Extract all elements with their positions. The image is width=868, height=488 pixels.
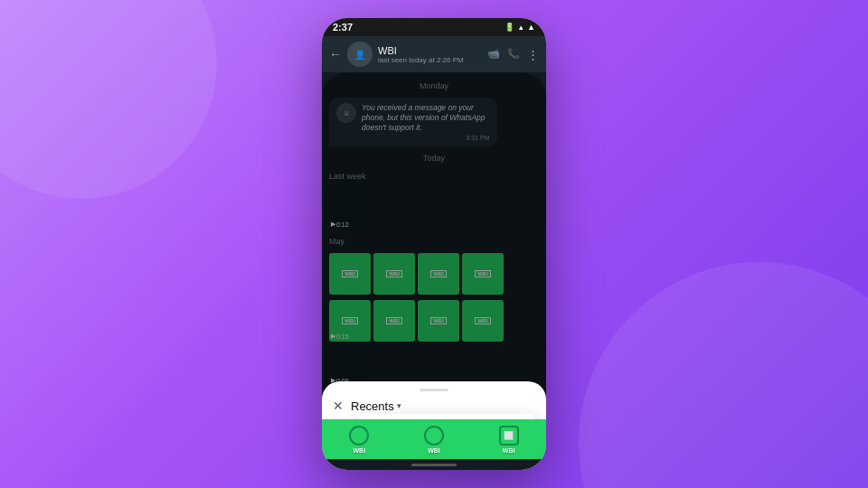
- contact-avatar: 👤: [347, 42, 373, 67]
- circle-icon-1: [349, 426, 369, 446]
- avatar-icon: 👤: [354, 50, 365, 60]
- chat-area: Monday 🖥 You received a message on your …: [322, 72, 546, 419]
- wbi-text-3: WBI: [503, 447, 515, 454]
- status-time: 2:37: [333, 22, 353, 33]
- bg-decoration-1: [0, 0, 217, 199]
- green-bar-item-2: WBI: [424, 426, 444, 454]
- phone-frame: 2:37 🔋 ▲ ▲ ← 👤 WBI last seen today at 2:…: [322, 18, 546, 470]
- wbi-text-1: WBI: [354, 447, 366, 454]
- more-options-icon[interactable]: ⋮: [527, 48, 539, 61]
- dropdown-item-recents[interactable]: Recents 26 items ✓: [358, 414, 535, 419]
- bg-decoration-2: [579, 262, 868, 488]
- chat-app-bar: ← 👤 WBI last seen today at 2:26 PM 📹 📞 ⋮: [322, 36, 546, 72]
- chevron-down-icon[interactable]: ▾: [397, 401, 401, 410]
- green-wbi-bar: WBI WBI ⬜ WBI: [322, 419, 546, 459]
- battery-icon: 🔋: [505, 23, 514, 32]
- home-indicator: [322, 459, 546, 470]
- video-call-icon[interactable]: 📹: [487, 48, 500, 61]
- wifi-icon: ▲: [527, 23, 535, 32]
- contact-name: WBI: [378, 45, 482, 56]
- sheet-title: Recents ▾: [351, 399, 401, 413]
- phone-call-icon[interactable]: 📞: [507, 48, 520, 61]
- dropdown-menu: Recents 26 items ✓ Videos 4 items: [358, 414, 535, 419]
- contact-info: WBI last seen today at 2:26 PM: [378, 45, 482, 64]
- app-bar-actions: 📹 📞 ⋮: [487, 48, 539, 61]
- status-icons: 🔋 ▲ ▲: [505, 23, 535, 32]
- green-bar-item-1: WBI: [349, 426, 369, 454]
- circle-icon-2: [424, 426, 444, 446]
- wbi-text-2: WBI: [428, 447, 440, 454]
- share-screen-icon: ⬜: [504, 431, 514, 440]
- signal-bars: ▲: [517, 23, 524, 32]
- back-button[interactable]: ←: [329, 47, 342, 61]
- status-bar: 2:37 🔋 ▲ ▲: [322, 18, 546, 36]
- bottom-sheet-overlay: [322, 72, 546, 419]
- home-bar: [411, 464, 457, 466]
- bottom-sheet: ✕ Recents ▾ Recents 26 items ✓: [322, 381, 546, 419]
- sheet-title-text: Recents: [351, 399, 394, 413]
- close-button[interactable]: ✕: [333, 399, 344, 413]
- last-seen: last seen today at 2:26 PM: [378, 56, 482, 64]
- green-bar-item-3: ⬜ WBI: [499, 426, 519, 454]
